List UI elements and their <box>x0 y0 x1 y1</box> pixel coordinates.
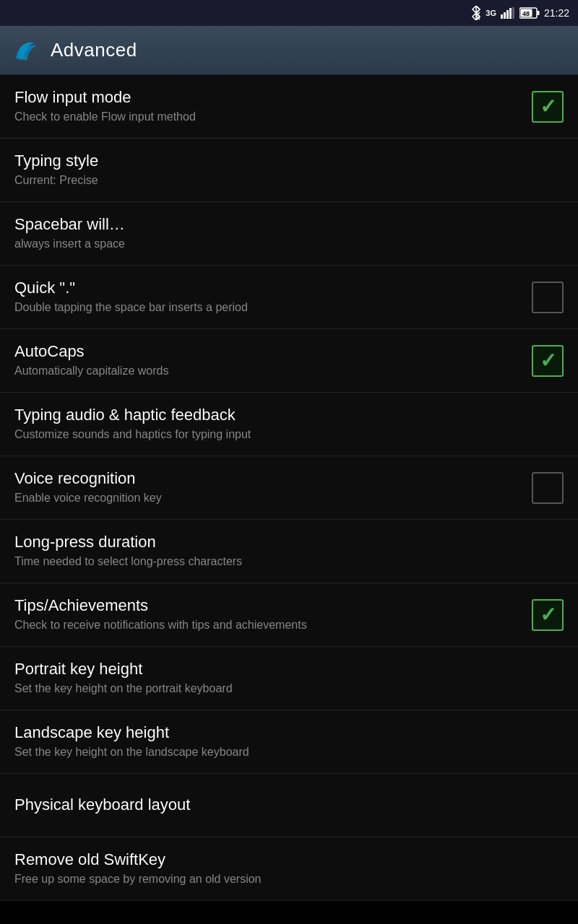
swiftkey-logo-icon <box>12 37 40 64</box>
setting-item-quick-period[interactable]: Quick "."Double tapping the space bar in… <box>0 266 578 329</box>
setting-item-typing-audio-haptic[interactable]: Typing audio & haptic feedbackCustomize … <box>0 393 578 456</box>
setting-text-typing-audio-haptic: Typing audio & haptic feedbackCustomize … <box>14 406 564 443</box>
svg-rect-0 <box>501 14 503 19</box>
setting-title-tips-achievements: Tips/Achievements <box>14 596 520 615</box>
setting-subtitle-autocaps: Automatically capitalize words <box>14 364 520 379</box>
checkbox-voice-recognition[interactable] <box>532 472 564 504</box>
checkbox-autocaps[interactable] <box>532 345 564 377</box>
setting-text-quick-period: Quick "."Double tapping the space bar in… <box>14 279 520 315</box>
setting-text-spacebar-will: Spacebar will…always insert a space <box>14 215 564 252</box>
checkbox-tips-achievements[interactable] <box>532 599 564 631</box>
battery-icon: 48 <box>519 7 540 19</box>
setting-title-spacebar-will: Spacebar will… <box>14 215 564 234</box>
svg-rect-2 <box>506 10 509 19</box>
network-3g-icon: 3G <box>486 9 496 17</box>
setting-title-typing-audio-haptic: Typing audio & haptic feedback <box>14 406 564 424</box>
page-title: Advanced <box>51 39 137 61</box>
setting-title-quick-period: Quick "." <box>14 279 520 297</box>
setting-text-typing-style: Typing styleCurrent: Precise <box>14 152 564 188</box>
setting-text-flow-input-mode: Flow input modeCheck to enable Flow inpu… <box>14 88 520 125</box>
setting-control-flow-input-mode[interactable] <box>532 91 564 123</box>
status-icons: 3G 48 21:22 <box>471 6 569 20</box>
svg-text:48: 48 <box>522 10 530 17</box>
setting-control-autocaps[interactable] <box>532 345 564 377</box>
setting-item-autocaps[interactable]: AutoCapsAutomatically capitalize words <box>0 329 578 393</box>
setting-text-long-press-duration: Long-press durationTime needed to select… <box>14 533 564 570</box>
setting-subtitle-spacebar-will: always insert a space <box>14 237 564 252</box>
setting-subtitle-portrait-key-height: Set the key height on the portrait keybo… <box>14 681 564 697</box>
setting-control-tips-achievements[interactable] <box>532 599 564 631</box>
app-bar: Advanced <box>0 26 578 75</box>
setting-title-portrait-key-height: Portrait key height <box>14 660 564 679</box>
checkbox-flow-input-mode[interactable] <box>532 91 564 123</box>
setting-item-physical-keyboard-layout[interactable]: Physical keyboard layout <box>0 774 578 837</box>
setting-title-landscape-key-height: Landscape key height <box>14 723 564 742</box>
svg-rect-4 <box>512 7 514 19</box>
setting-text-landscape-key-height: Landscape key heightSet the key height o… <box>14 723 564 760</box>
app-logo <box>12 36 40 65</box>
setting-subtitle-typing-style: Current: Precise <box>14 173 564 188</box>
setting-text-voice-recognition: Voice recognitionEnable voice recognitio… <box>14 469 520 506</box>
setting-subtitle-tips-achievements: Check to receive notifications with tips… <box>14 618 520 633</box>
setting-text-physical-keyboard-layout: Physical keyboard layout <box>14 796 564 814</box>
setting-item-portrait-key-height[interactable]: Portrait key heightSet the key height on… <box>0 647 578 710</box>
setting-title-long-press-duration: Long-press duration <box>14 533 564 552</box>
status-bar: 3G 48 21:22 <box>0 0 578 26</box>
setting-item-long-press-duration[interactable]: Long-press durationTime needed to select… <box>0 520 578 583</box>
setting-title-remove-old-swiftkey: Remove old SwiftKey <box>14 850 564 869</box>
setting-title-flow-input-mode: Flow input mode <box>14 88 520 107</box>
setting-subtitle-remove-old-swiftkey: Free up some space by removing an old ve… <box>14 872 564 887</box>
setting-title-voice-recognition: Voice recognition <box>14 469 520 488</box>
setting-text-remove-old-swiftkey: Remove old SwiftKeyFree up some space by… <box>14 850 564 887</box>
setting-text-autocaps: AutoCapsAutomatically capitalize words <box>14 342 520 379</box>
setting-title-autocaps: AutoCaps <box>14 342 520 361</box>
setting-item-spacebar-will[interactable]: Spacebar will…always insert a space <box>0 202 578 266</box>
setting-item-landscape-key-height[interactable]: Landscape key heightSet the key height o… <box>0 710 578 774</box>
setting-subtitle-landscape-key-height: Set the key height on the landscape keyb… <box>14 745 564 760</box>
setting-title-physical-keyboard-layout: Physical keyboard layout <box>14 796 564 814</box>
settings-list: Flow input modeCheck to enable Flow inpu… <box>0 75 578 901</box>
setting-item-remove-old-swiftkey[interactable]: Remove old SwiftKeyFree up some space by… <box>0 837 578 901</box>
setting-item-flow-input-mode[interactable]: Flow input modeCheck to enable Flow inpu… <box>0 75 578 139</box>
setting-text-portrait-key-height: Portrait key heightSet the key height on… <box>14 660 564 697</box>
setting-subtitle-typing-audio-haptic: Customize sounds and haptics for typing … <box>14 427 564 443</box>
setting-title-typing-style: Typing style <box>14 152 564 170</box>
setting-item-voice-recognition[interactable]: Voice recognitionEnable voice recognitio… <box>0 456 578 520</box>
setting-control-quick-period[interactable] <box>532 282 564 313</box>
svg-rect-3 <box>509 8 512 19</box>
setting-subtitle-flow-input-mode: Check to enable Flow input method <box>14 110 520 125</box>
setting-subtitle-quick-period: Double tapping the space bar inserts a p… <box>14 300 520 315</box>
signal-icon <box>501 7 515 19</box>
setting-item-tips-achievements[interactable]: Tips/AchievementsCheck to receive notifi… <box>0 583 578 647</box>
svg-rect-1 <box>504 12 506 19</box>
bluetooth-icon <box>471 6 481 20</box>
checkbox-quick-period[interactable] <box>532 282 564 313</box>
status-time: 21:22 <box>544 7 569 19</box>
setting-subtitle-long-press-duration: Time needed to select long-press charact… <box>14 554 564 570</box>
setting-control-voice-recognition[interactable] <box>532 472 564 504</box>
setting-text-tips-achievements: Tips/AchievementsCheck to receive notifi… <box>14 596 520 633</box>
setting-item-typing-style[interactable]: Typing styleCurrent: Precise <box>0 139 578 202</box>
svg-rect-6 <box>537 11 539 15</box>
setting-subtitle-voice-recognition: Enable voice recognition key <box>14 491 520 506</box>
